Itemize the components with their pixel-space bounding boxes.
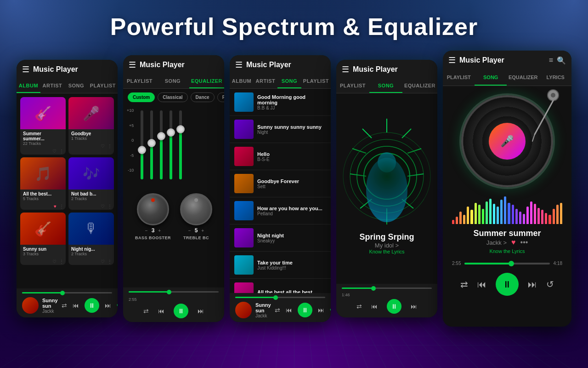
preset-custom[interactable]: Custom	[128, 92, 155, 102]
favorite-icon[interactable]: ♡	[101, 144, 105, 149]
pause-button[interactable]: ⏸	[387, 299, 401, 314]
list-item[interactable]: 🎵 All the best... 5 Tracks ♥ ⋮	[20, 157, 66, 210]
tab-playlist[interactable]: PLAYLIST	[301, 75, 331, 88]
list-item[interactable]: Hello B-S-E	[230, 143, 331, 170]
shuffle-button[interactable]: ⇄	[460, 279, 468, 290]
tab-artist[interactable]: ARTIST	[254, 75, 277, 88]
knob-minus[interactable]: −	[145, 228, 148, 233]
tab-song[interactable]: SONG	[369, 79, 402, 93]
more-icon[interactable]: ⋮	[59, 149, 64, 154]
favorite-icon[interactable]: ♥	[54, 204, 57, 209]
progress-bar[interactable]	[22, 292, 112, 293]
pause-button[interactable]: ⏸	[85, 298, 99, 313]
eq-handle[interactable]	[138, 146, 146, 154]
tab-song[interactable]: SONG	[277, 75, 301, 88]
more-icon[interactable]: ⋮	[107, 144, 112, 149]
tab-artist[interactable]: ARTIST	[40, 79, 64, 93]
tab-equalizer[interactable]: EQUALIZER	[402, 79, 437, 93]
eq-track[interactable]	[160, 110, 163, 179]
eq-handle[interactable]	[147, 139, 156, 147]
more-icon[interactable]: ⋮	[107, 259, 112, 264]
tab-song[interactable]: SONG	[475, 70, 506, 86]
more-options-icon[interactable]: •••	[520, 238, 528, 247]
knob-plus[interactable]: +	[158, 228, 161, 233]
like-button[interactable]: ♥	[330, 306, 331, 314]
shuffle-button[interactable]: ⇄	[143, 307, 149, 315]
more-icon[interactable]: ⋮	[59, 259, 64, 264]
menu-icon[interactable]: ☰	[235, 60, 243, 70]
tab-equalizer[interactable]: EQUALIZER	[507, 70, 540, 86]
treble-knob[interactable]	[180, 193, 212, 225]
next-button[interactable]: ⏭	[198, 307, 204, 315]
tab-playlist[interactable]: PLAYLIST	[88, 79, 118, 93]
favorite-icon[interactable]: ♡	[101, 259, 105, 264]
shuffle-button[interactable]: ⇄	[62, 302, 67, 309]
menu-icon[interactable]: ☰	[342, 64, 349, 75]
eq-handle[interactable]	[157, 132, 165, 140]
favorite-icon[interactable]: ♡	[101, 204, 105, 209]
next-button[interactable]: ⏭	[411, 303, 417, 310]
knob-minus[interactable]: −	[188, 228, 191, 233]
tab-playlist[interactable]: PLAYLIST	[336, 79, 369, 93]
prev-button[interactable]: ⏮	[477, 279, 486, 290]
tab-album[interactable]: ALBUM	[17, 79, 40, 93]
next-button[interactable]: ⏭	[318, 306, 324, 314]
tab-lyrics[interactable]: LYRICS	[540, 70, 571, 86]
pause-button[interactable]: ⏸	[496, 273, 519, 296]
lyrics-link[interactable]: Know the Lyrics	[447, 248, 567, 254]
list-item[interactable]: 🎸 Summer summer... 22 Tracks ♡ ⋮	[20, 97, 66, 155]
pause-button[interactable]: ⏸	[298, 303, 312, 317]
bass-knob[interactable]	[137, 193, 169, 225]
preset-dance[interactable]: Dance	[191, 92, 215, 102]
progress-bar[interactable]	[342, 288, 432, 289]
list-item[interactable]: 🎸 Sunny sun 3 Tracks ♡ ⋮	[20, 213, 66, 265]
preset-flat[interactable]: Flat	[217, 92, 224, 102]
more-icon[interactable]: ⋮	[107, 204, 112, 209]
eq-track[interactable]	[150, 110, 153, 179]
progress-bar[interactable]	[235, 297, 325, 298]
list-item[interactable]: Sunny sunny sunny sunny Night	[230, 116, 331, 143]
prev-button[interactable]: ⏮	[73, 302, 79, 309]
next-button[interactable]: ⏭	[105, 302, 111, 309]
prev-button[interactable]: ⏮	[158, 307, 164, 315]
tab-playlist[interactable]: PLAYLIST	[123, 75, 156, 88]
tab-equalizer[interactable]: EQUALIZER	[189, 75, 224, 88]
progress-bar[interactable]	[464, 263, 549, 264]
list-item[interactable]: 🎶 Not bad b... 2 Tracks ♡ ⋮	[68, 157, 114, 210]
list-item[interactable]: 🎙 Night nig... 2 Tracks ♡ ⋮	[68, 213, 114, 265]
eq-track[interactable]	[141, 110, 143, 179]
preset-classical[interactable]: Classical	[158, 92, 187, 102]
like-button[interactable]: ♥	[117, 302, 118, 309]
favorite-icon[interactable]: ♡	[52, 259, 57, 264]
heart-button[interactable]: ♥	[511, 238, 516, 247]
tab-album[interactable]: ALBUM	[230, 75, 254, 88]
pause-button[interactable]: ⏸	[174, 304, 188, 318]
more-icon[interactable]: ⋮	[59, 204, 64, 209]
prev-button[interactable]: ⏮	[286, 306, 292, 314]
list-item[interactable]: Take your time Just Kidding!!!	[230, 252, 331, 279]
list-item[interactable]: Goodbye Forever Sett	[230, 170, 331, 197]
search-icon[interactable]: 🔍	[557, 56, 566, 65]
tab-playlist[interactable]: PLAYLIST	[443, 70, 475, 86]
list-item[interactable]: Night night Sneakyy	[230, 224, 331, 252]
tab-song[interactable]: SONG	[156, 75, 189, 88]
shuffle-button[interactable]: ⇄	[356, 303, 362, 310]
repeat-button[interactable]: ↺	[546, 279, 554, 290]
list-item[interactable]: 🎤 Goodbye 1 Tracks ♡ ⋮	[68, 97, 114, 155]
eq-handle[interactable]	[167, 128, 175, 137]
lyrics-link[interactable]: Know the Lyrics	[336, 249, 437, 254]
filter-icon[interactable]: ≡	[549, 56, 553, 64]
next-button[interactable]: ⏭	[528, 279, 537, 290]
list-item[interactable]: Good Morning good morning B.B & JJ	[230, 89, 331, 116]
prev-button[interactable]: ⏮	[371, 303, 378, 310]
eq-track[interactable]	[179, 110, 182, 179]
knob-plus[interactable]: +	[201, 228, 204, 233]
progress-bar[interactable]	[129, 291, 219, 293]
menu-icon[interactable]: ☰	[129, 60, 136, 70]
menu-icon[interactable]: ☰	[448, 55, 456, 65]
shuffle-button[interactable]: ⇄	[275, 306, 280, 314]
tab-song[interactable]: SONG	[64, 79, 88, 93]
eq-handle[interactable]	[176, 125, 185, 133]
list-item[interactable]: How are you how are you... Petland	[230, 197, 331, 224]
favorite-icon[interactable]: ♡	[52, 149, 57, 154]
